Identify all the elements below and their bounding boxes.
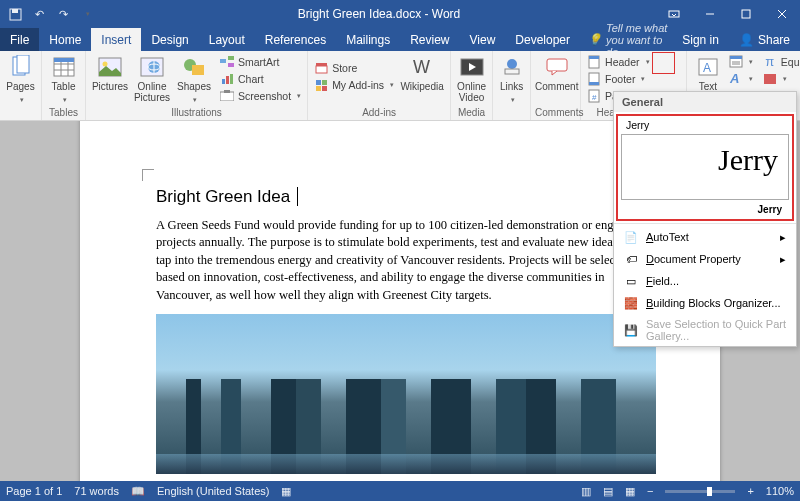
wikipedia-icon: W	[408, 55, 436, 79]
signature-preview: Jerry	[718, 143, 778, 177]
status-language[interactable]: English (United States)	[157, 485, 270, 497]
pictures-icon	[96, 55, 124, 79]
title-bar: ↶ ↷ Bright Green Idea.docx - Word	[0, 0, 800, 28]
document-heading[interactable]: Bright Green Idea	[156, 187, 660, 207]
qat-customize-icon[interactable]	[78, 5, 96, 23]
group-pages: Pages	[0, 51, 42, 120]
view-read-mode-icon[interactable]: ▥	[581, 485, 591, 498]
gallery-item-preview[interactable]: Jerry	[621, 134, 789, 200]
svg-rect-26	[222, 79, 225, 84]
svg-rect-27	[226, 76, 229, 84]
smartart-icon	[220, 55, 234, 69]
tab-home[interactable]: Home	[39, 28, 91, 51]
maximize-icon[interactable]	[728, 0, 764, 28]
svg-rect-35	[322, 86, 327, 91]
svg-rect-22	[192, 65, 204, 75]
quick-parts-icon	[729, 55, 743, 69]
undo-icon[interactable]: ↶	[30, 5, 48, 23]
svg-rect-8	[17, 55, 29, 73]
zoom-out-button[interactable]: −	[647, 485, 653, 497]
group-tables: Table Tables	[42, 51, 86, 120]
status-page[interactable]: Page 1 of 1	[6, 485, 62, 497]
svg-rect-50	[730, 56, 742, 59]
symbol-button[interactable]	[761, 70, 800, 87]
svg-text:A: A	[703, 61, 711, 75]
online-video-button[interactable]: Online Video	[455, 53, 488, 103]
sign-in-link[interactable]: Sign in	[672, 28, 729, 51]
svg-rect-44	[589, 82, 599, 85]
screenshot-icon	[220, 89, 234, 103]
status-spelling-icon[interactable]: 📖	[131, 485, 145, 498]
group-media: Online Video Media	[451, 51, 493, 120]
svg-rect-25	[228, 63, 234, 67]
pages-icon	[7, 55, 35, 79]
links-button[interactable]: Links	[497, 53, 526, 104]
redo-icon[interactable]: ↷	[54, 5, 72, 23]
pages-button[interactable]: Pages	[4, 53, 37, 104]
document-image-skyline[interactable]	[156, 314, 656, 474]
tab-review[interactable]: Review	[400, 28, 459, 51]
zoom-level[interactable]: 110%	[766, 485, 794, 497]
menu-document-property[interactable]: 🏷Document Property▸	[614, 248, 796, 270]
my-addins-button[interactable]: My Add-ins	[312, 76, 396, 93]
group-addins-label: Add-ins	[312, 107, 446, 119]
ribbon-tabs: File Home Insert Design Layout Reference…	[0, 28, 800, 51]
tab-design[interactable]: Design	[141, 28, 198, 51]
svg-rect-4	[742, 10, 750, 18]
save-icon[interactable]	[6, 5, 24, 23]
tab-insert[interactable]: Insert	[91, 28, 141, 51]
svg-point-16	[103, 62, 108, 67]
svg-rect-1	[12, 9, 18, 13]
svg-rect-32	[316, 80, 321, 85]
equation-button[interactable]: πEquation	[761, 53, 800, 70]
menu-field[interactable]: ▭Field...	[614, 270, 796, 292]
screenshot-button[interactable]: Screenshot	[218, 87, 303, 104]
table-button[interactable]: Table	[46, 53, 81, 104]
tab-references[interactable]: References	[255, 28, 336, 51]
tell-me-search[interactable]: 💡 Tell me what you want to do...	[580, 28, 672, 51]
status-word-count[interactable]: 71 words	[74, 485, 119, 497]
view-print-layout-icon[interactable]: ▤	[603, 485, 613, 498]
quick-parts-button[interactable]	[727, 53, 755, 70]
close-icon[interactable]	[764, 0, 800, 28]
tab-developer[interactable]: Developer	[505, 28, 580, 51]
dropdown-highlight: Jerry Jerry Jerry	[616, 114, 794, 221]
zoom-slider[interactable]	[665, 490, 735, 493]
status-macro-icon[interactable]: ▦	[281, 485, 291, 498]
comment-button[interactable]: Comment	[535, 53, 578, 92]
svg-rect-23	[220, 59, 226, 63]
menu-autotext[interactable]: 📄AutoText▸	[614, 226, 796, 248]
wordart-button[interactable]: A	[727, 70, 755, 87]
quick-parts-highlight	[652, 52, 675, 74]
tab-file[interactable]: File	[0, 28, 39, 51]
chart-button[interactable]: Chart	[218, 70, 303, 87]
window-controls	[656, 0, 800, 28]
shapes-button[interactable]: Shapes	[174, 53, 214, 104]
group-tables-label: Tables	[46, 107, 81, 119]
zoom-slider-thumb[interactable]	[707, 487, 712, 496]
tab-mailings[interactable]: Mailings	[336, 28, 400, 51]
pictures-button[interactable]: Pictures	[90, 53, 130, 92]
wikipedia-button[interactable]: W Wikipedia	[398, 53, 446, 92]
minimize-icon[interactable]	[692, 0, 728, 28]
document-body-paragraph[interactable]: A Green Seeds Fund would provide funding…	[156, 217, 660, 304]
zoom-in-button[interactable]: +	[747, 485, 753, 497]
window-title: Bright Green Idea.docx - Word	[102, 7, 656, 21]
menu-save-selection: 💾Save Selection to Quick Part Gallery...	[614, 314, 796, 346]
online-pictures-button[interactable]: Online Pictures	[132, 53, 172, 103]
share-button[interactable]: 👤 Share	[729, 28, 800, 51]
tab-layout[interactable]: Layout	[199, 28, 255, 51]
online-pictures-icon	[138, 55, 166, 79]
menu-building-blocks-organizer[interactable]: 🧱Building Blocks Organizer...	[614, 292, 796, 314]
smartart-button[interactable]: SmartArt	[218, 53, 303, 70]
gallery-item-label: Jerry	[618, 116, 792, 131]
quick-parts-dropdown: General Jerry Jerry Jerry 📄AutoText▸ 🏷Do…	[613, 91, 797, 347]
shapes-icon	[180, 55, 208, 79]
save-selection-icon: 💾	[624, 323, 638, 337]
view-web-layout-icon[interactable]: ▦	[625, 485, 635, 498]
group-comments: Comment Comments	[531, 51, 581, 120]
group-illustrations: Pictures Online Pictures Shapes SmartArt…	[86, 51, 308, 120]
tab-view[interactable]: View	[460, 28, 506, 51]
chart-icon	[220, 72, 234, 86]
store-button[interactable]: Store	[312, 59, 396, 76]
